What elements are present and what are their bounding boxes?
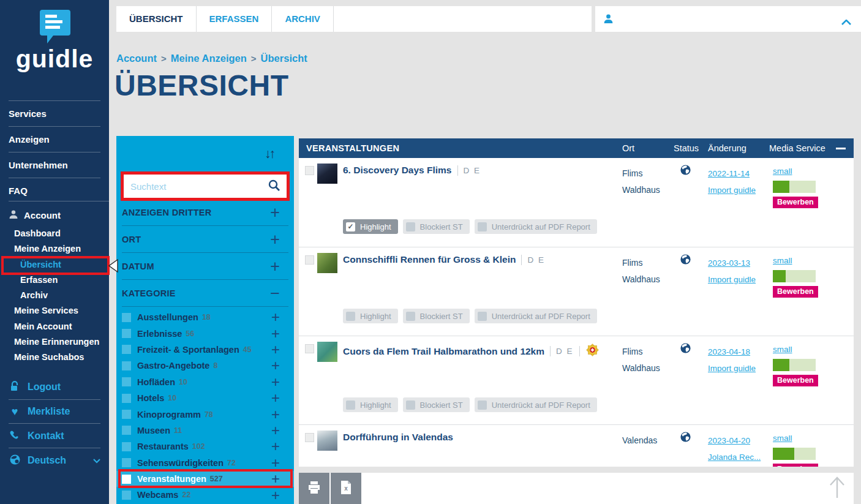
sidebar-item-merkliste[interactable]: ♥ Merkliste <box>9 399 100 423</box>
tab-uebersicht[interactable]: ÜBERSICHT <box>116 6 197 32</box>
row-source-link[interactable]: Import guidle <box>708 360 756 377</box>
search-input[interactable] <box>124 181 268 192</box>
checkbox[interactable] <box>122 458 131 467</box>
tab-erfassen[interactable]: ERFASSEN <box>197 6 273 32</box>
category-veranstaltungen[interactable]: Veranstaltungen527+ <box>116 471 294 487</box>
breadcrumb-account[interactable]: Account <box>116 53 157 64</box>
highlight-toggle[interactable]: Highlight <box>343 397 398 412</box>
sidebar-item-meine-services[interactable]: Meine Services <box>9 303 109 318</box>
sidebar-item-anzeigen[interactable]: Anzeigen <box>9 126 100 152</box>
sidebar-item-erfassen[interactable]: Erfassen <box>9 273 109 288</box>
sidebar-item-faq[interactable]: FAQ <box>9 178 100 203</box>
unterdrueckt-pdf-toggle[interactable]: Unterdrückt auf PDF Report <box>475 309 597 323</box>
expand-plus-icon[interactable]: + <box>271 406 280 423</box>
sidebar-item-meine-erinnerungen[interactable]: Meine Erinnerungen <box>9 334 109 350</box>
sidebar-item-kontakt[interactable]: Kontakt <box>9 423 100 448</box>
row-title-link[interactable]: Connschiffli Rennen für Gross & Klein <box>343 254 516 265</box>
checkbox[interactable] <box>122 329 131 338</box>
row-thumbnail[interactable] <box>317 431 337 451</box>
expand-plus-icon[interactable]: + <box>271 470 280 487</box>
sidebar-item-meine-suchabos[interactable]: Meine Suchabos <box>9 350 109 365</box>
row-thumbnail[interactable] <box>317 164 337 184</box>
category-kinoprogramm[interactable]: Kinoprogramm78+ <box>122 406 288 422</box>
expand-plus-icon[interactable]: + <box>271 438 280 455</box>
highlight-toggle[interactable]: Highlight <box>343 219 398 234</box>
expand-plus-icon[interactable]: + <box>271 357 280 374</box>
row-source-link[interactable]: Jolanda Rec... <box>708 449 761 465</box>
sidebar-item-unternehmen[interactable]: Unternehmen <box>9 152 100 178</box>
row-checkbox[interactable] <box>305 255 314 265</box>
row-source-link[interactable]: Import guidle <box>708 182 756 198</box>
bewerben-button[interactable]: Bewerben <box>773 375 818 386</box>
filter-section-datum[interactable]: DATUM + <box>122 253 288 280</box>
row-checkbox[interactable] <box>305 344 314 353</box>
breadcrumb-meine-anzeigen[interactable]: Meine Anzeigen <box>171 53 247 64</box>
expand-plus-icon[interactable]: + <box>270 260 280 273</box>
unterdrueckt-pdf-toggle[interactable]: Unterdrückt auf PDF Report <box>475 397 597 412</box>
media-size-link[interactable]: small <box>773 256 792 265</box>
expand-plus-icon[interactable]: + <box>271 309 280 326</box>
checkbox[interactable] <box>122 377 131 386</box>
bewerben-button[interactable]: Bewerben <box>773 464 818 467</box>
row-thumbnail[interactable] <box>317 253 337 273</box>
highlight-toggle[interactable]: Highlight <box>343 309 398 323</box>
sidebar-item-uebersicht[interactable]: Übersicht <box>9 257 109 273</box>
blockiert-st-toggle[interactable]: Blockiert ST <box>403 219 470 234</box>
checkbox[interactable] <box>122 491 131 500</box>
bewerben-button[interactable]: Bewerben <box>773 197 818 208</box>
expand-plus-icon[interactable]: + <box>270 206 280 219</box>
filter-section-kategorie[interactable]: KATEGORIE − <box>122 280 288 307</box>
category-webcams[interactable]: Webcams22+ <box>122 487 288 503</box>
expand-plus-icon[interactable]: + <box>271 454 280 472</box>
guidle-logo[interactable]: guidle <box>0 9 109 72</box>
row-date-link[interactable]: 2022-11-14 <box>708 165 756 182</box>
expand-plus-icon[interactable]: + <box>270 233 280 246</box>
media-size-link[interactable]: small <box>773 167 792 176</box>
checkbox[interactable] <box>122 475 131 484</box>
bewerben-button[interactable]: Bewerben <box>773 286 818 298</box>
row-checkbox[interactable] <box>305 166 314 175</box>
checkbox[interactable] <box>122 345 131 354</box>
filter-section-anzeigen-dritter[interactable]: ANZEIGEN DRITTER + <box>122 199 288 226</box>
blockiert-st-toggle[interactable]: Blockiert ST <box>403 397 470 412</box>
sidebar-item-logout[interactable]: Logout <box>9 375 100 399</box>
scroll-to-top-button[interactable] <box>828 476 846 502</box>
unterdrueckt-pdf-toggle[interactable]: Unterdrückt auf PDF Report <box>475 219 597 234</box>
collapse-dash-icon[interactable] <box>836 148 846 149</box>
chevron-up-icon[interactable] <box>841 17 851 28</box>
expand-plus-icon[interactable]: + <box>271 341 280 358</box>
category-restaurants[interactable]: Restaurants102+ <box>122 438 288 454</box>
checkbox[interactable] <box>122 394 131 403</box>
filter-section-ort[interactable]: ORT + <box>122 226 288 253</box>
category-sehenswuerdigkeiten[interactable]: Sehenswürdigkeiten72+ <box>122 455 288 471</box>
row-thumbnail[interactable] <box>317 342 337 362</box>
category-freizeit-sportanlagen[interactable]: Freizeit- & Sportanlagen45+ <box>122 342 288 358</box>
checkbox[interactable] <box>122 442 131 451</box>
category-gastro-angebote[interactable]: Gastro-Angebote8+ <box>122 358 288 374</box>
tab-archiv[interactable]: ARCHIV <box>272 6 334 32</box>
category-hoflaeden[interactable]: Hofläden10+ <box>122 374 288 390</box>
user-account-bar[interactable] <box>595 6 861 32</box>
expand-plus-icon[interactable]: + <box>271 422 280 439</box>
expand-plus-icon[interactable]: + <box>271 325 280 342</box>
row-title-link[interactable]: Dorfführung in Valendas <box>343 432 453 443</box>
blockiert-st-toggle[interactable]: Blockiert ST <box>403 309 470 323</box>
category-ausstellungen[interactable]: Ausstellungen18+ <box>122 309 288 325</box>
media-size-link[interactable]: small <box>773 434 792 443</box>
row-title-link[interactable]: Cuors da Flem Trail Halbmarathon und 12k… <box>343 346 544 357</box>
expand-plus-icon[interactable]: + <box>271 389 280 407</box>
sort-arrows-icon[interactable]: ↓↑ <box>265 146 274 161</box>
category-erlebnisse[interactable]: Erlebnisse56+ <box>122 325 288 341</box>
media-size-link[interactable]: small <box>773 345 792 354</box>
checkbox[interactable] <box>122 410 131 419</box>
sidebar-item-dashboard[interactable]: Dashboard <box>9 226 109 241</box>
sidebar-item-account[interactable]: Account <box>9 209 109 221</box>
search-icon[interactable] <box>268 179 280 194</box>
sidebar-item-services[interactable]: Services <box>9 100 100 126</box>
sidebar-item-meine-anzeigen[interactable]: Meine Anzeigen <box>9 241 109 257</box>
row-checkbox[interactable] <box>305 433 314 442</box>
category-museen[interactable]: Museen11+ <box>122 423 288 438</box>
checkbox[interactable] <box>122 313 131 322</box>
expand-plus-icon[interactable]: + <box>271 374 280 391</box>
sidebar-item-mein-account[interactable]: Mein Account <box>9 319 109 334</box>
